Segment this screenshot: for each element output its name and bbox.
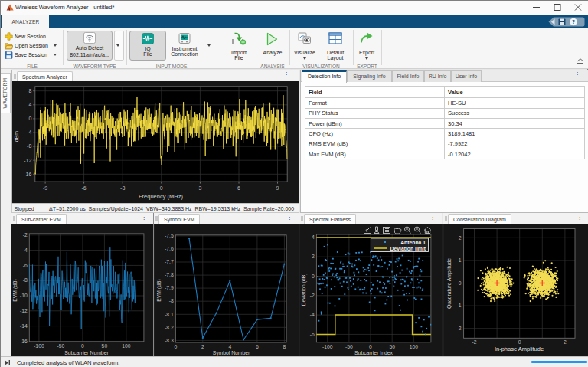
svg-text:-12: -12 (24, 158, 31, 163)
svg-text:8: 8 (28, 88, 31, 93)
svg-text:1: 1 (459, 257, 462, 263)
svg-text:4: 4 (312, 234, 315, 240)
svg-text:-6: -6 (81, 185, 86, 191)
svg-text:-2: -2 (23, 232, 28, 238)
svg-text:-3: -3 (120, 185, 125, 191)
svg-text:Symbol Number: Symbol Number (213, 350, 250, 356)
svg-text:50: 50 (389, 344, 395, 349)
svg-text:-4: -4 (23, 247, 28, 253)
svg-text:9: 9 (276, 185, 279, 191)
svg-text:?: ? (572, 18, 576, 25)
svg-text:-50: -50 (345, 344, 353, 349)
svg-text:-10: -10 (20, 293, 28, 298)
svg-text:EVM (dB): EVM (dB) (12, 279, 18, 301)
svg-text:0: 0 (81, 343, 84, 349)
svg-text:-8.3: -8.3 (165, 338, 174, 343)
svg-text:2: 2 (459, 235, 462, 241)
svg-text:0: 0 (312, 274, 315, 279)
svg-text:0: 0 (160, 185, 163, 191)
svg-text:-8.2: -8.2 (165, 325, 174, 330)
svg-text:-7.8: -7.8 (165, 272, 174, 277)
svg-text:-8: -8 (169, 298, 174, 303)
svg-text:100: 100 (122, 343, 131, 349)
svg-text:3: 3 (198, 185, 201, 191)
svg-text:WAVEFORM: WAVEFORM (2, 78, 8, 109)
svg-text:2: 2 (564, 339, 567, 345)
svg-text:-50: -50 (57, 343, 64, 349)
svg-text:-6: -6 (23, 263, 28, 268)
svg-text:2: 2 (201, 344, 204, 349)
svg-text:6: 6 (256, 344, 259, 349)
svg-text:Deviation limit: Deviation limit (390, 246, 426, 251)
svg-text:0: 0 (369, 344, 372, 349)
svg-text:EVM (dB): EVM (dB) (156, 279, 162, 301)
svg-text:-8: -8 (27, 143, 31, 149)
svg-text:-16: -16 (24, 172, 31, 177)
svg-text:100: 100 (410, 344, 419, 349)
svg-text:-1: -1 (457, 303, 462, 308)
svg-text:4: 4 (28, 102, 31, 107)
svg-text:Deviation (dB): Deviation (dB) (301, 273, 307, 306)
svg-text:Quadrature Amplitude: Quadrature Amplitude (446, 258, 452, 309)
svg-text:6: 6 (237, 185, 240, 191)
svg-text:-16: -16 (20, 339, 28, 344)
svg-text:Subcarrier Number: Subcarrier Number (64, 350, 109, 356)
svg-text:-6: -6 (310, 332, 315, 337)
svg-text:0: 0 (459, 280, 462, 286)
svg-text:-7.6: -7.6 (165, 246, 174, 251)
svg-text:8: 8 (283, 344, 286, 349)
svg-text:-2: -2 (457, 326, 462, 331)
svg-text:2: 2 (312, 254, 315, 259)
svg-text:-7.9: -7.9 (165, 285, 174, 290)
svg-text:0: 0 (174, 344, 177, 349)
svg-text:-100: -100 (34, 343, 44, 349)
svg-text:-8.1: -8.1 (165, 312, 174, 317)
svg-text:-2: -2 (310, 293, 315, 298)
svg-text:-12: -12 (20, 308, 28, 313)
svg-text:Frequency (MHz): Frequency (MHz) (139, 193, 183, 200)
svg-text:-4: -4 (310, 312, 315, 317)
svg-text:In-phase Amplitude: In-phase Amplitude (495, 346, 544, 352)
svg-text:4: 4 (228, 344, 231, 349)
svg-text:-4: -4 (27, 129, 31, 135)
svg-text:dBm: dBm (14, 131, 19, 143)
svg-text:0: 0 (28, 116, 31, 121)
svg-text:0: 0 (518, 339, 521, 345)
svg-text:Antenna 1: Antenna 1 (400, 240, 426, 245)
svg-text:Subcarrier Index: Subcarrier Index (354, 350, 393, 356)
svg-text:-14: -14 (20, 323, 28, 329)
svg-text:-7.7: -7.7 (165, 259, 174, 264)
svg-text:-8: -8 (23, 277, 28, 283)
svg-text:-9: -9 (43, 185, 47, 191)
svg-text:50: 50 (102, 343, 108, 349)
svg-text:-7.5: -7.5 (165, 233, 174, 238)
svg-text:-2: -2 (472, 339, 476, 345)
svg-text:-100: -100 (322, 344, 333, 349)
